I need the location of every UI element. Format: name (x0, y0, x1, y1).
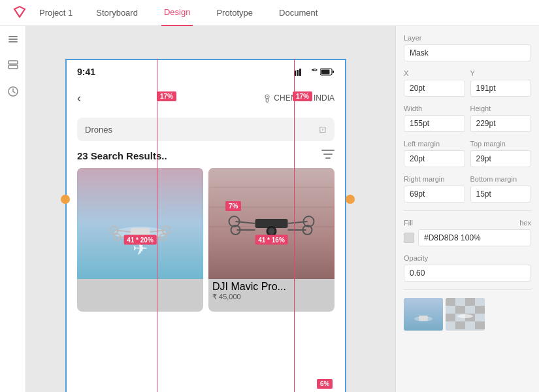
top-margin-col: Top margin (470, 140, 532, 167)
product-card-1[interactable]: 41 * 20% (77, 168, 203, 312)
right-margin-label: Right margin (404, 175, 465, 183)
margin-top-section: Left margin Top margin (404, 140, 531, 167)
svg-rect-45 (404, 298, 443, 331)
svg-rect-9 (299, 69, 301, 76)
search-icon[interactable]: ⊡ (319, 124, 327, 135)
fill-hex-label: hex (519, 219, 531, 227)
stack-icon[interactable] (5, 57, 21, 73)
guide-line-vertical-2 (294, 59, 295, 392)
svg-rect-13 (333, 71, 334, 73)
svg-rect-4 (8, 61, 18, 64)
svg-rect-56 (475, 321, 485, 329)
top-margin-input[interactable] (470, 150, 532, 167)
svg-rect-51 (455, 306, 465, 314)
svg-rect-18 (325, 157, 331, 159)
divider (404, 210, 531, 211)
svg-rect-47 (419, 316, 428, 321)
svg-rect-17 (323, 154, 333, 155)
right-panel: Layer X Y Width Height (395, 26, 539, 392)
phone-search-bar[interactable]: Drones ⊡ (77, 118, 335, 141)
height-input[interactable] (470, 115, 532, 132)
fill-input[interactable] (418, 229, 531, 246)
top-margin-label: Top margin (470, 140, 532, 148)
svg-rect-52 (475, 306, 485, 314)
width-input[interactable] (404, 115, 465, 132)
divider-2 (404, 289, 531, 290)
svg-point-44 (269, 228, 275, 235)
opacity-section: Opacity (404, 254, 531, 282)
card1-label-badge: 41 * 20% (123, 235, 157, 245)
card2-price: ₹ 45,000 (208, 293, 335, 301)
product-image-1 (77, 168, 203, 279)
svg-point-15 (267, 96, 268, 97)
svg-rect-8 (297, 70, 299, 76)
height-col: Height (470, 105, 532, 132)
svg-rect-12 (321, 70, 330, 74)
badge-top-left: 17% (157, 91, 176, 101)
thumbnail-2[interactable] (446, 298, 485, 331)
phone-time: 9:41 (77, 67, 95, 77)
svg-rect-16 (321, 150, 335, 151)
product-card-2[interactable]: 41 * 16% DJI Mavic Pro... ₹ 45,000 (208, 168, 335, 312)
svg-rect-53 (446, 314, 455, 321)
canvas-area[interactable]: 9:41 ‹ CHENNAI, INDIA Drones ⊡ (26, 26, 395, 392)
y-col: Y (470, 69, 532, 97)
left-margin-col: Left margin (404, 140, 465, 167)
wh-section: Width Height (404, 105, 531, 132)
main-area: 9:41 ‹ CHENNAI, INDIA Drones ⊡ (0, 26, 539, 392)
project-name: Project 1 (39, 8, 73, 18)
fill-section: Fill hex (404, 219, 531, 246)
y-label: Y (470, 69, 532, 77)
x-label: X (404, 69, 465, 77)
x-col: X (404, 69, 465, 97)
handle-right[interactable] (346, 195, 355, 204)
opacity-input[interactable] (404, 265, 531, 282)
thumbnail-1[interactable] (404, 298, 443, 331)
svg-point-10 (312, 69, 313, 71)
tab-storyboard[interactable]: Storyboard (93, 0, 140, 26)
bottom-margin-input[interactable] (470, 186, 532, 203)
right-margin-input[interactable] (404, 186, 465, 203)
layer-section: Layer (404, 34, 531, 61)
bottom-margin-label: Bottom margin (470, 175, 532, 183)
svg-point-57 (457, 314, 473, 318)
clock-icon[interactable] (5, 84, 21, 99)
handle-left[interactable] (61, 195, 70, 204)
thumbnails-row (404, 298, 531, 331)
svg-rect-3 (8, 41, 18, 42)
search-text: Drones (85, 125, 112, 135)
svg-rect-5 (8, 65, 18, 69)
tab-prototype[interactable]: Prototype (214, 0, 255, 26)
badge-bottom-right: 6% (317, 379, 333, 389)
y-input[interactable] (470, 80, 532, 97)
product-image-2 (208, 168, 335, 279)
left-margin-label: Left margin (404, 140, 465, 148)
width-label: Width (404, 105, 465, 112)
phone-status-icons (294, 68, 335, 76)
guide-line-vertical-1 (157, 59, 157, 392)
left-margin-input[interactable] (404, 150, 465, 167)
svg-rect-49 (446, 298, 455, 306)
app-logo[interactable] (10, 4, 29, 22)
nav-tabs: Storyboard Design Prototype Document (93, 0, 529, 26)
fill-color-swatch[interactable] (404, 233, 414, 243)
phone-mockup: 9:41 ‹ CHENNAI, INDIA Drones ⊡ (65, 59, 346, 392)
svg-rect-1 (8, 36, 18, 37)
opacity-label: Opacity (404, 254, 531, 262)
badge-middle: 7% (225, 201, 241, 211)
right-margin-col: Right margin (404, 175, 465, 203)
filter-icon[interactable] (321, 149, 335, 163)
layer-label: Layer (404, 34, 531, 42)
tab-design[interactable]: Design (161, 0, 193, 26)
bottom-margin-col: Bottom margin (470, 175, 532, 203)
back-icon[interactable]: ‹ (77, 91, 81, 105)
top-navigation: Project 1 Storyboard Design Prototype Do… (0, 0, 539, 26)
width-col: Width (404, 105, 465, 132)
tab-document[interactable]: Document (276, 0, 320, 26)
layer-input[interactable] (404, 44, 531, 61)
layers-icon[interactable] (5, 31, 21, 47)
xy-section: X Y (404, 69, 531, 97)
card2-label-badge: 41 * 16% (255, 235, 288, 245)
x-input[interactable] (404, 80, 465, 97)
height-label: Height (470, 105, 532, 112)
